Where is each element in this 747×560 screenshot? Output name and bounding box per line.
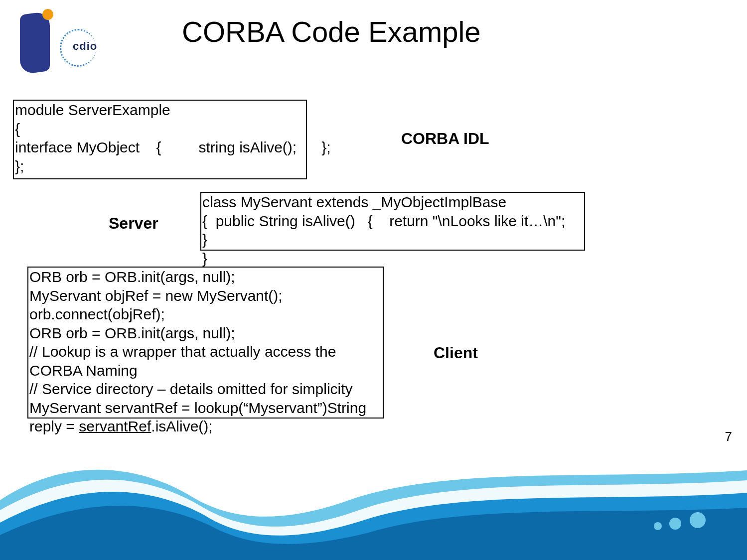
logo-text: cdio xyxy=(73,40,97,53)
client-label: Client xyxy=(434,344,478,362)
logo-mark xyxy=(20,11,50,75)
client-code-pre: ORB orb = ORB.init(args, null); MyServan… xyxy=(29,269,366,434)
slide-title: CORBA Code Example xyxy=(182,15,481,48)
server-code: class MyServant extends _MyObjectImplBas… xyxy=(202,193,583,268)
svg-point-0 xyxy=(654,522,662,530)
footer-wave xyxy=(0,440,747,560)
idl-code: module ServerExample { interface MyObjec… xyxy=(15,101,305,175)
wave-icon xyxy=(0,440,747,560)
svg-point-1 xyxy=(669,518,681,530)
client-code-post: .isAlive(); xyxy=(151,418,212,434)
logo: cdio xyxy=(15,9,110,81)
idl-label: CORBA IDL xyxy=(401,130,489,148)
idl-code-box: module ServerExample { interface MyObjec… xyxy=(13,100,307,179)
logo-dot-icon xyxy=(42,9,53,20)
client-code-underlined: servantRef xyxy=(79,418,151,434)
logo-cdio: cdio xyxy=(60,29,107,64)
server-label: Server xyxy=(109,214,158,233)
server-code-box: class MyServant extends _MyObjectImplBas… xyxy=(200,192,585,251)
client-code-box: ORB orb = ORB.init(args, null); MyServan… xyxy=(27,267,384,419)
slide: cdio CORBA Code Example module ServerExa… xyxy=(0,0,747,560)
svg-point-2 xyxy=(690,512,706,528)
